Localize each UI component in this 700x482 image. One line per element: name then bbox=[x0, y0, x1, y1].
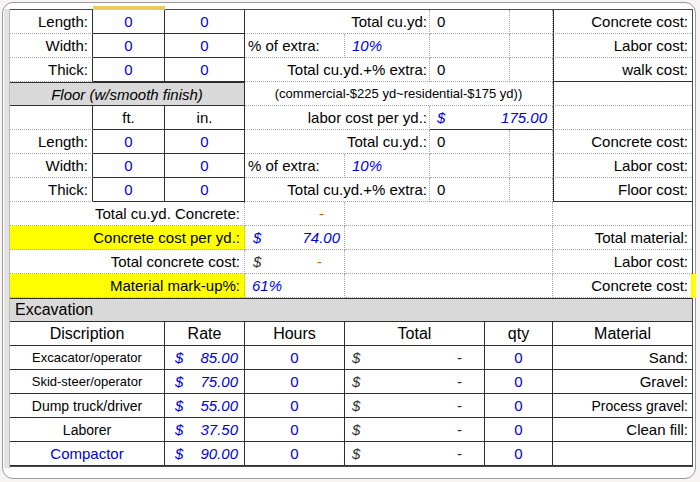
thick-label: Thick: bbox=[10, 178, 93, 202]
excavation-section-bar-row: Excavation bbox=[10, 298, 692, 322]
walk-total-plus-extra-value[interactable]: 0 bbox=[430, 58, 510, 82]
rate-cell[interactable]: $ 55.00 bbox=[165, 394, 245, 418]
description-cell: Laborer bbox=[10, 418, 165, 442]
walk-length-ft-cell[interactable]: 0 bbox=[93, 10, 165, 34]
hours-cell[interactable]: 0 bbox=[245, 394, 345, 418]
zero-dash: - bbox=[457, 397, 462, 414]
total-cell[interactable]: $ - bbox=[345, 346, 485, 370]
material-markup-row: Material mark-up%: 61% Concrete cost: bbox=[10, 274, 692, 298]
floor-labor-cost-label: Labor cost: bbox=[553, 154, 692, 178]
currency-symbol: $ bbox=[352, 349, 360, 366]
compactor-row: Compactor $ 90.00 0 $ - 0 bbox=[10, 442, 692, 466]
floor-total-plus-extra-value[interactable]: 0 bbox=[430, 178, 510, 202]
empty-cell bbox=[553, 106, 692, 130]
currency-symbol: $ bbox=[352, 445, 360, 462]
qty-cell[interactable]: 0 bbox=[485, 418, 553, 442]
zero-dash: - bbox=[457, 349, 462, 366]
total-cell[interactable]: $ - bbox=[345, 370, 485, 394]
hours-cell[interactable]: 0 bbox=[245, 346, 345, 370]
floor-thick-row: Thick: 0 0 Total cu.yd.+% extra: 0 Floor… bbox=[10, 178, 692, 202]
qty-cell[interactable]: 0 bbox=[485, 370, 553, 394]
unit-ft-header: ft. bbox=[93, 106, 165, 130]
qty-cell[interactable]: 0 bbox=[485, 442, 553, 466]
total-cuyd-concrete-value[interactable]: - bbox=[245, 202, 345, 226]
walk-thick-in-cell[interactable]: 0 bbox=[165, 58, 245, 82]
total-concrete-cost-value[interactable]: $ - bbox=[245, 250, 345, 274]
floor-pct-extra-value[interactable]: 10% bbox=[345, 154, 430, 178]
currency-symbol: $ bbox=[175, 397, 183, 414]
length-label: Length: bbox=[10, 130, 93, 154]
column-header-description: Discription bbox=[10, 322, 165, 346]
floor-concrete-cost-label: Concrete cost: bbox=[553, 130, 692, 154]
screenshot-background: Length: 0 0 Total cu.yd: 0 Concrete cost… bbox=[0, 0, 700, 482]
excavator-row: Excacator/operator $ 85.00 0 $ - 0 Sand: bbox=[10, 346, 692, 370]
rate-cell[interactable]: $ 37.50 bbox=[165, 418, 245, 442]
total-cell[interactable]: $ - bbox=[345, 394, 485, 418]
walk-width-row: Width: 0 0 % of extra: 10% Labor cost: bbox=[10, 34, 692, 58]
floor-length-ft-cell[interactable]: 0 bbox=[93, 130, 165, 154]
walk-width-in-cell[interactable]: 0 bbox=[165, 34, 245, 58]
unit-in-header: in. bbox=[165, 106, 245, 130]
floor-length-in-cell[interactable]: 0 bbox=[165, 130, 245, 154]
empty-cell bbox=[553, 202, 692, 226]
currency-symbol: $ bbox=[175, 445, 183, 462]
walk-length-in-cell[interactable]: 0 bbox=[165, 10, 245, 34]
floor-thick-in-cell[interactable]: 0 bbox=[165, 178, 245, 202]
empty-cell bbox=[345, 250, 553, 274]
floor-thick-ft-cell[interactable]: 0 bbox=[93, 178, 165, 202]
column-header-material: Material bbox=[553, 322, 692, 346]
floor-total-cuyd-label: Total cu.yd.: bbox=[245, 130, 430, 154]
floor-cost-label: Floor cost: bbox=[553, 178, 692, 202]
excavation-header-row: Discription Rate Hours Total qty Materia… bbox=[10, 322, 692, 346]
walk-concrete-cost-label: Concrete cost: bbox=[553, 10, 692, 34]
column-header-hours: Hours bbox=[245, 322, 345, 346]
column-header-qty: qty bbox=[485, 322, 553, 346]
walk-pct-extra-value[interactable]: 10% bbox=[345, 34, 430, 58]
hours-cell[interactable]: 0 bbox=[245, 418, 345, 442]
total-concrete-cost-row: Total concrete cost: $ - Labor cost: bbox=[10, 250, 692, 274]
total-cell[interactable]: $ - bbox=[345, 442, 485, 466]
currency-symbol: $ bbox=[352, 373, 360, 390]
floor-section-bar-row: Floor (w/smooth finish) (commercial-$225… bbox=[10, 82, 692, 106]
empty-cell bbox=[510, 154, 553, 178]
material-markup-label: Material mark-up%: bbox=[10, 274, 245, 298]
hours-cell[interactable]: 0 bbox=[245, 370, 345, 394]
material-markup-value[interactable]: 61% bbox=[245, 274, 345, 298]
floor-width-in-cell[interactable]: 0 bbox=[165, 154, 245, 178]
description-cell: Skid-steer/operator bbox=[10, 370, 165, 394]
rate-cell[interactable]: $ 90.00 bbox=[165, 442, 245, 466]
material-cell-empty bbox=[553, 442, 692, 466]
zero-dash: - bbox=[457, 373, 462, 390]
labor-cost-per-yd-value[interactable]: $ 175.00 bbox=[430, 106, 553, 130]
rate-cell[interactable]: $ 85.00 bbox=[165, 346, 245, 370]
empty-cell bbox=[430, 154, 510, 178]
empty-cell bbox=[510, 10, 553, 34]
walk-thick-ft-cell[interactable]: 0 bbox=[93, 58, 165, 82]
walk-width-ft-cell[interactable]: 0 bbox=[93, 34, 165, 58]
width-label: Width: bbox=[10, 154, 93, 178]
currency-symbol: $ bbox=[253, 253, 261, 270]
total-cell[interactable]: $ - bbox=[345, 418, 485, 442]
description-cell: Compactor bbox=[10, 442, 165, 466]
hours-cell[interactable]: 0 bbox=[245, 442, 345, 466]
column-header-rate: Rate bbox=[165, 322, 245, 346]
walk-total-cuyd-value[interactable]: 0 bbox=[430, 10, 510, 34]
concrete-cost-per-yd-value[interactable]: $ 74.00 bbox=[245, 226, 345, 250]
floor-width-ft-cell[interactable]: 0 bbox=[93, 154, 165, 178]
labor-cost-per-yd-label: labor cost per yd.: bbox=[245, 106, 430, 130]
floor-pct-extra-label: % of extra: bbox=[245, 154, 345, 178]
currency-symbol: $ bbox=[175, 349, 183, 366]
currency-symbol: $ bbox=[175, 421, 183, 438]
qty-cell[interactable]: 0 bbox=[485, 394, 553, 418]
total-cuyd-concrete-row: Total cu.yd. Concrete: - bbox=[10, 202, 692, 226]
rate-cell[interactable]: $ 75.00 bbox=[165, 370, 245, 394]
worksheet-frame: Length: 0 0 Total cu.yd: 0 Concrete cost… bbox=[2, 2, 696, 479]
description-cell: Excacator/operator bbox=[10, 346, 165, 370]
zero-dash: - bbox=[457, 445, 462, 462]
floor-total-cuyd-value[interactable]: 0 bbox=[430, 130, 510, 154]
material-label-process-gravel: Process gravel: bbox=[553, 394, 692, 418]
walk-pct-extra-label: % of extra: bbox=[245, 34, 345, 58]
units-labor-row: ft. in. labor cost per yd.: $ 175.00 bbox=[10, 106, 692, 130]
qty-cell[interactable]: 0 bbox=[485, 346, 553, 370]
concrete-cost-per-yd-row: Concrete cost per yd.: $ 74.00 Total mat… bbox=[10, 226, 692, 250]
